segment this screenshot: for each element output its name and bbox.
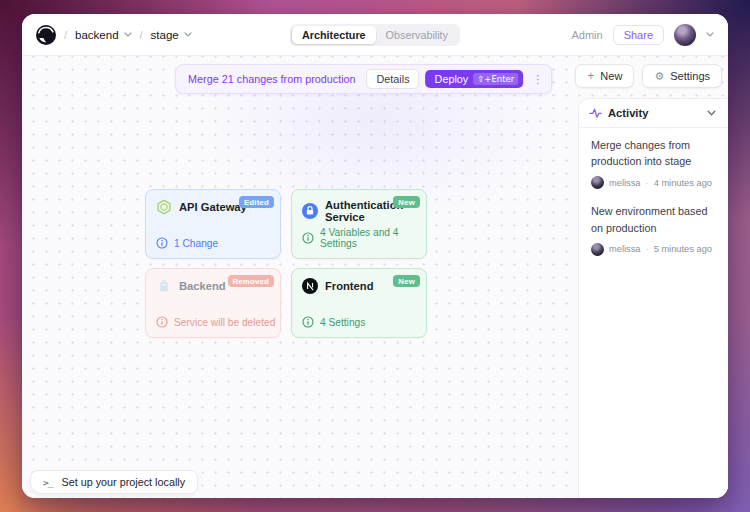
- deploy-label: Deploy: [435, 73, 469, 85]
- share-button[interactable]: Share: [613, 25, 664, 45]
- view-tabs: Architecture Observability: [290, 24, 460, 46]
- user-avatar[interactable]: [674, 24, 696, 46]
- container-icon: [156, 278, 172, 294]
- project-name: backend: [75, 29, 118, 41]
- activity-item[interactable]: New environment based on production meli…: [579, 194, 728, 260]
- details-button[interactable]: Details: [367, 69, 420, 89]
- tab-architecture[interactable]: Architecture: [292, 26, 376, 44]
- info-circle-icon: [156, 237, 168, 249]
- activity-user: melissa: [609, 178, 641, 188]
- breadcrumb-environment[interactable]: stage: [151, 29, 192, 41]
- info-circle-icon: [156, 316, 168, 328]
- service-status-text: 1 Change: [174, 238, 218, 249]
- topbar-right: Admin Share: [571, 24, 714, 46]
- user-avatar: [591, 243, 604, 256]
- plus-icon: +: [587, 70, 594, 82]
- hexagon-gateway-icon: [156, 199, 172, 215]
- info-circle-icon: [302, 232, 314, 244]
- service-badge: Removed: [228, 275, 275, 287]
- service-status-text: 4 Settings: [320, 317, 365, 328]
- activity-collapse-chevron-icon[interactable]: [705, 108, 718, 118]
- service-card[interactable]: Edited API Gateway 1 Change: [145, 189, 281, 259]
- service-card[interactable]: New Authentication Service 4 Variables a…: [291, 189, 427, 259]
- chevron-down-icon[interactable]: [706, 32, 714, 37]
- service-badge: New: [393, 275, 420, 287]
- local-setup-label: Set up your project locally: [61, 476, 185, 488]
- kebab-menu-icon[interactable]: ⋮: [529, 73, 546, 86]
- activity-item-text: New environment based on production: [591, 203, 716, 235]
- top-bar: / backend / stage Architecture Observabi…: [22, 14, 728, 56]
- lock-circle-icon: [302, 203, 318, 219]
- service-title: API Gateway: [179, 201, 247, 213]
- canvas-actions: + New ⚙ Settings: [575, 64, 722, 88]
- service-badge: Edited: [239, 196, 274, 208]
- tab-observability[interactable]: Observability: [376, 26, 458, 44]
- service-title: Frontend: [325, 280, 373, 292]
- chevron-down-icon: [124, 32, 132, 37]
- chevron-down-icon: [184, 32, 192, 37]
- environment-name: stage: [151, 29, 179, 41]
- activity-panel: Activity Merge changes from production i…: [578, 98, 728, 498]
- new-label: New: [600, 70, 622, 82]
- architecture-canvas: Merge 21 changes from production Details…: [22, 56, 728, 498]
- settings-label: Settings: [670, 70, 710, 82]
- activity-user: melissa: [609, 244, 641, 254]
- service-title: Backend: [179, 280, 226, 292]
- gear-icon: ⚙: [654, 71, 664, 82]
- app-window: / backend / stage Architecture Observabi…: [22, 14, 728, 498]
- terminal-icon: >_: [43, 477, 52, 488]
- activity-time: 5 minutes ago: [654, 244, 712, 254]
- service-card-grid: Edited API Gateway 1 Change New Authenti…: [145, 189, 427, 338]
- user-avatar: [591, 176, 604, 189]
- activity-time: 4 minutes ago: [654, 178, 712, 188]
- activity-title: Activity: [608, 107, 699, 119]
- deploy-shortcut: ⇧+Enter: [473, 73, 518, 85]
- breadcrumb-separator: /: [140, 29, 143, 41]
- breadcrumb-project[interactable]: backend: [75, 29, 131, 41]
- breadcrumb-separator: /: [64, 29, 67, 41]
- railway-logo-icon[interactable]: [36, 25, 56, 45]
- local-setup-button[interactable]: >_ Set up your project locally: [30, 470, 198, 494]
- nextjs-icon: [302, 278, 318, 294]
- gradient-background: / backend / stage Architecture Observabi…: [0, 0, 750, 512]
- activity-item-text: Merge changes from production into stage: [591, 137, 716, 169]
- role-label: Admin: [571, 29, 602, 41]
- deploy-button[interactable]: Deploy ⇧+Enter: [426, 70, 524, 88]
- service-card[interactable]: Removed Backend Service will be deleted: [145, 268, 281, 338]
- new-button[interactable]: + New: [575, 64, 634, 88]
- info-circle-icon: [302, 316, 314, 328]
- settings-button[interactable]: ⚙ Settings: [642, 64, 722, 88]
- merge-banner: Merge 21 changes from production Details…: [175, 64, 552, 94]
- service-status-text: Service will be deleted: [174, 317, 275, 328]
- breadcrumb: / backend / stage: [36, 25, 192, 45]
- activity-item[interactable]: Merge changes from production into stage…: [579, 128, 728, 194]
- activity-list: Merge changes from production into stage…: [579, 128, 728, 261]
- service-card[interactable]: New Frontend 4 Settings: [291, 268, 427, 338]
- activity-header: Activity: [579, 99, 728, 128]
- activity-pulse-icon: [589, 107, 602, 119]
- service-badge: New: [393, 196, 420, 208]
- meta-separator: ·: [646, 178, 649, 188]
- meta-separator: ·: [646, 244, 649, 254]
- service-status-text: 4 Variables and 4 Settings: [320, 227, 426, 249]
- merge-message: Merge 21 changes from production: [188, 73, 355, 85]
